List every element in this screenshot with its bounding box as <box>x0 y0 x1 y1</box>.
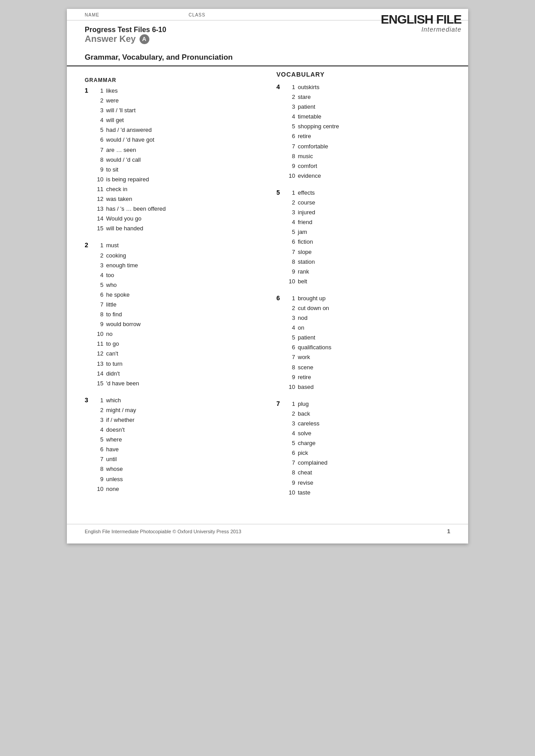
list-item: 1brought up <box>285 294 331 303</box>
list-item: 10taste <box>285 488 328 498</box>
list-item: 4too <box>94 270 140 280</box>
main-content: GRAMMAR 1 1likes 2were 3will / 'll start… <box>67 71 468 505</box>
list-item: 6qualifications <box>285 343 331 352</box>
list-item: 8would / 'd call <box>94 155 166 165</box>
list-item: 7little <box>94 300 140 310</box>
list-item: 10evidence <box>285 171 339 181</box>
group-label-5: 5 <box>276 188 284 196</box>
list-item: 3injured <box>285 208 315 217</box>
list-item: 6pick <box>285 448 328 458</box>
vocab-list-4: 1outskirts 2stare 3patient 4timetable 5s… <box>285 82 339 181</box>
grammar-group-2: 2 1must 2cooking 3enough time 4too 5who … <box>85 241 259 388</box>
list-item: 3if / whether <box>94 415 136 425</box>
list-item: 9to sit <box>94 165 166 175</box>
vocabulary-heading: VOCABULARY <box>276 71 450 78</box>
group-row-4: 4 1outskirts 2stare 3patient 4timetable … <box>276 82 450 181</box>
grammar-list-2: 1must 2cooking 3enough time 4too 5who 6h… <box>94 241 140 388</box>
group-label-1: 1 <box>85 86 92 94</box>
list-item: 4solve <box>285 429 328 438</box>
list-item: 3nod <box>285 313 331 323</box>
list-item: 4on <box>285 323 331 333</box>
list-item: 1likes <box>94 86 166 96</box>
list-item: 5patient <box>285 333 331 343</box>
grammar-list-1: 1likes 2were 3will / 'll start 4will get… <box>94 86 166 233</box>
list-item: 7slope <box>285 247 315 257</box>
footer-copyright: English File Intermediate Photocopiable … <box>85 529 241 534</box>
list-item: 1must <box>94 241 140 250</box>
list-item: 3patient <box>285 102 339 112</box>
group-label-6: 6 <box>276 294 284 302</box>
group-label-4: 4 <box>276 82 284 90</box>
list-item: 14Would you go <box>94 214 166 224</box>
list-item: 9comfort <box>285 161 339 171</box>
list-item: 11check in <box>94 184 166 194</box>
answer-key-text: Answer Key <box>85 34 136 44</box>
list-item: 8station <box>285 257 315 267</box>
grammar-heading: GRAMMAR <box>85 77 259 83</box>
list-item: 5where <box>94 435 136 445</box>
list-item: 5jam <box>285 227 315 237</box>
vocab-group-7: 7 1plug 2back 3careless 4solve 5charge 6… <box>276 399 450 498</box>
list-item: 8scene <box>285 363 331 372</box>
list-item: 5charge <box>285 438 328 448</box>
list-item: 2cut down on <box>285 303 331 313</box>
vocab-list-7: 1plug 2back 3careless 4solve 5charge 6pi… <box>285 399 328 498</box>
right-column: VOCABULARY 4 1outskirts 2stare 3patient … <box>276 71 450 505</box>
list-item: 7until <box>94 454 136 464</box>
list-item: 3will / 'll start <box>94 106 166 115</box>
list-item: 7work <box>285 352 331 362</box>
list-item: 1effects <box>285 188 315 198</box>
list-item: 10based <box>285 382 331 392</box>
list-item: 2back <box>285 409 328 419</box>
list-item: 14didn't <box>94 369 140 379</box>
list-item: 5who <box>94 280 140 290</box>
grammar-list-3: 1which 2might / may 3if / whether 4doesn… <box>94 396 136 494</box>
list-item: 3enough time <box>94 261 140 270</box>
grammar-group-1: 1 1likes 2were 3will / 'll start 4will g… <box>85 86 259 233</box>
list-item: 15will be handed <box>94 224 166 233</box>
list-item: 4doesn't <box>94 425 136 435</box>
list-item: 3careless <box>285 419 328 429</box>
list-item: 11to go <box>94 339 140 349</box>
group-row-6: 6 1brought up 2cut down on 3nod 4on 5pat… <box>276 294 450 392</box>
list-item: 7comfortable <box>285 142 339 151</box>
group-row-2: 2 1must 2cooking 3enough time 4too 5who … <box>85 241 259 388</box>
answer-key-row: Answer Key A <box>85 34 450 44</box>
answer-key-circle: A <box>140 34 149 44</box>
footer-page: 1 <box>447 528 450 535</box>
list-item: 1which <box>94 396 136 405</box>
vocab-list-5: 1effects 2course 3injured 4friend 5jam 6… <box>285 188 315 286</box>
list-item: 15'd have been <box>94 379 140 388</box>
list-item: 9retire <box>285 372 331 382</box>
group-label-2: 2 <box>85 241 92 249</box>
name-label: NAME <box>85 12 99 17</box>
list-item: 9rank <box>285 267 315 277</box>
group-row-5: 5 1effects 2course 3injured 4friend 5jam… <box>276 188 450 286</box>
list-item: 10is being repaired <box>94 175 166 184</box>
english-file-logo: ENGLISH FILE Intermediate <box>372 13 461 33</box>
section-title: Grammar, Vocabulary, and Pronunciation <box>67 46 468 66</box>
vocab-list-6: 1brought up 2cut down on 3nod 4on 5patie… <box>285 294 331 392</box>
grammar-group-3: 3 1which 2might / may 3if / whether 4doe… <box>85 396 259 494</box>
list-item: 2might / may <box>94 405 136 415</box>
list-item: 2stare <box>285 92 339 102</box>
list-item: 5had / 'd answered <box>94 125 166 135</box>
list-item: 8to find <box>94 310 140 319</box>
list-item: 6have <box>94 445 136 454</box>
vocab-group-4: 4 1outskirts 2stare 3patient 4timetable … <box>276 82 450 181</box>
list-item: 10belt <box>285 277 315 286</box>
logo-bottom-text: Intermediate <box>421 26 461 33</box>
list-item: 10no <box>94 329 140 339</box>
list-item: 6fiction <box>285 237 315 247</box>
list-item: 7are … seen <box>94 145 166 155</box>
logo-area: ENGLISH FILE Intermediate <box>370 9 468 35</box>
list-item: 10none <box>94 484 136 494</box>
footer: English File Intermediate Photocopiable … <box>67 524 468 535</box>
list-item: 1plug <box>285 399 328 409</box>
list-item: 2course <box>285 198 315 208</box>
list-item: 2were <box>94 96 166 106</box>
list-item: 9would borrow <box>94 319 140 329</box>
list-item: 2cooking <box>94 251 140 261</box>
list-item: 1outskirts <box>285 82 339 92</box>
vocab-group-6: 6 1brought up 2cut down on 3nod 4on 5pat… <box>276 294 450 392</box>
